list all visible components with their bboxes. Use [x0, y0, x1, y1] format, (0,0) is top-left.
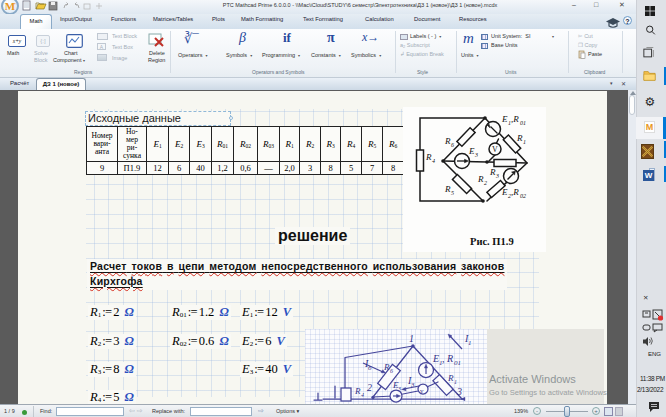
svg-text:,R: ,R — [511, 114, 519, 124]
svg-text:R: R — [447, 373, 454, 383]
svg-text:R: R — [354, 386, 361, 396]
svg-text:3: 3 — [495, 173, 499, 179]
svg-text:02: 02 — [520, 193, 526, 199]
svg-text:3: 3 — [397, 386, 401, 392]
svg-text:E: E — [468, 146, 475, 156]
svg-text:3: 3 — [410, 381, 415, 389]
svg-text:01: 01 — [520, 120, 526, 126]
svg-text:3: 3 — [456, 386, 462, 397]
svg-text:R: R — [444, 184, 451, 194]
svg-text:,R: ,R — [511, 187, 519, 197]
svg-text:R: R — [425, 152, 432, 162]
svg-text:2: 2 — [484, 180, 487, 186]
svg-text:6: 6 — [390, 368, 393, 374]
svg-text:R: R — [489, 167, 496, 177]
svg-text:4: 4 — [361, 392, 364, 398]
svg-text:4: 4 — [432, 158, 435, 164]
svg-text:E: E — [501, 114, 508, 124]
svg-text:R: R — [444, 136, 451, 146]
svg-text:R: R — [477, 174, 484, 184]
svg-text:1: 1 — [454, 379, 457, 385]
svg-text:6: 6 — [368, 364, 372, 372]
svg-text:E: E — [501, 187, 508, 197]
svg-text:V: V — [492, 145, 498, 154]
svg-text:v: v — [420, 387, 424, 395]
svg-text:6: 6 — [451, 142, 454, 148]
svg-text:, R: , R — [442, 353, 453, 364]
svg-text:1: 1 — [468, 339, 472, 347]
svg-text:2: 2 — [367, 382, 372, 393]
svg-text:R: R — [516, 133, 523, 143]
svg-text:5: 5 — [451, 190, 454, 196]
svg-text:R: R — [383, 362, 390, 372]
svg-text:01: 01 — [454, 359, 461, 367]
svg-text:1: 1 — [523, 139, 526, 145]
svg-text:3: 3 — [474, 152, 478, 158]
svg-text:1: 1 — [409, 333, 414, 344]
